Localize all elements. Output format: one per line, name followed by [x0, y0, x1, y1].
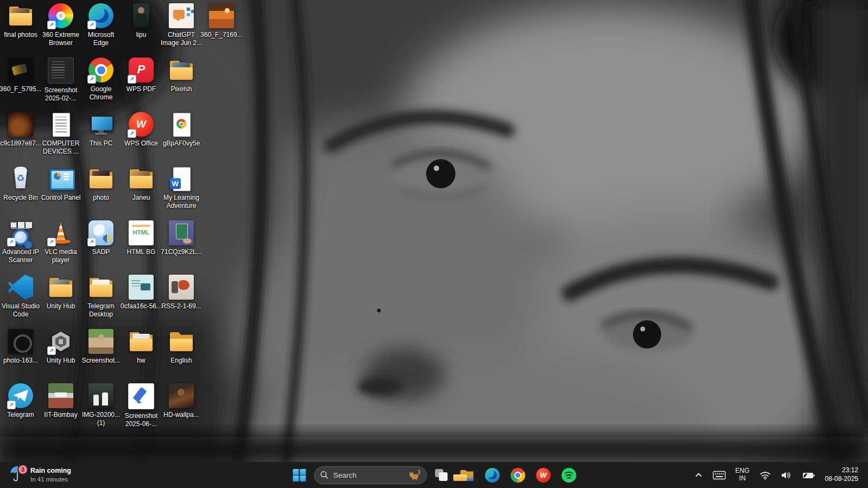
desktop-icon-label: IMG-20200... (1) — [79, 411, 123, 427]
desktop-icon-final-photos[interactable]: final photos — [0, 3, 41, 39]
folder-with-document-icon — [88, 275, 113, 300]
desktop-icon-71cqz9k2l[interactable]: 71CQz9K2L... — [161, 220, 202, 256]
photo-portrait-icon — [133, 3, 149, 28]
chrome-icon — [511, 468, 525, 483]
taskbar-spotify-button[interactable] — [558, 464, 580, 486]
volume-icon — [781, 471, 791, 480]
chevron-up-icon — [694, 471, 703, 479]
desktop-icon-unity-hub[interactable]: ↗Unity Hub — [40, 329, 81, 365]
desktop-icon-unity-hub-folder[interactable]: Unity Hub — [40, 275, 81, 310]
image-file-icon — [129, 220, 154, 245]
desktop-icon-photo-163[interactable]: photo-163... — [0, 329, 41, 365]
taskbar-chrome-button[interactable] — [507, 464, 529, 486]
desktop-icon-visual-studio-code[interactable]: ↗Visual Studio Code — [0, 275, 41, 318]
image-file-icon — [129, 275, 154, 300]
desktop-icon-microsoft-edge[interactable]: ↗Microsoft Edge — [80, 3, 122, 47]
desktop-icon-computer-devices[interactable]: COMPUTER DEVICES ... — [40, 112, 81, 155]
desktop-icon-telegram-desktop[interactable]: Telegram Desktop — [80, 275, 122, 318]
desktop-icon-lipu[interactable]: lipu — [121, 3, 162, 39]
image-file-icon — [88, 329, 113, 354]
folder-with-photo-icon — [88, 166, 113, 191]
taskbar-edge-button[interactable] — [481, 464, 503, 486]
word-document-icon — [169, 166, 194, 191]
desktop-icon-photo[interactable]: photo — [80, 166, 122, 202]
image-file-icon — [8, 112, 33, 137]
desktop-icon-telegram[interactable]: ↗Telegram — [0, 383, 41, 419]
desktop-icon-sadp[interactable]: ↗SADP — [80, 220, 122, 256]
touch-keyboard-icon — [713, 471, 726, 480]
shortcut-arrow-icon: ↗ — [47, 21, 56, 29]
search-input[interactable]: Search — [314, 466, 427, 484]
image-file-icon — [169, 220, 194, 245]
desktop-icon-recycle-bin[interactable]: Recycle Bin — [0, 166, 41, 202]
taskbar-task-view-button[interactable] — [430, 464, 452, 486]
desktop-icon-english[interactable]: English — [161, 329, 202, 365]
desktop-icon-wps-pdf[interactable]: ↗WPS PDF — [121, 58, 162, 93]
screenshot-file-icon — [48, 58, 74, 84]
desktop-icon-janeu[interactable]: Janeu — [121, 166, 162, 202]
desktop-icon-hw[interactable]: hw — [121, 329, 162, 365]
tray-touch-keyboard-button[interactable] — [709, 465, 729, 485]
desktop-icon-screenshot-2025-06[interactable]: Screenshot 2025-06-... — [121, 383, 162, 428]
desktop-icon-label: gBpAF0vy5e — [159, 140, 204, 148]
desktop-icon-control-panel[interactable]: Control Panel — [40, 166, 81, 202]
desktop-icon-wps-office[interactable]: ↗WPS Office — [121, 112, 162, 148]
desktop-icon-360-f-7169[interactable]: 360_F_7169... — [201, 3, 242, 39]
unity-cube-icon: ↗ — [48, 329, 73, 354]
desktop-icon-hd-wallpaper[interactable]: HD-wallpa... — [161, 383, 202, 419]
desktop-icon-gbpaf0vy5e[interactable]: gBpAF0vy5e — [161, 112, 202, 148]
shortcut-arrow-icon: ↗ — [7, 292, 16, 301]
task-view-icon — [434, 468, 449, 483]
desktop-icon-html-bg[interactable]: HTML BG — [121, 220, 162, 256]
taskbar-wps-button[interactable] — [533, 464, 554, 486]
desktop-icon-label: lipu — [119, 31, 163, 39]
desktop-icon-label: photo-163... — [0, 357, 43, 365]
umbrella-rain-icon: 3 — [10, 466, 26, 484]
text-document-icon — [48, 112, 73, 137]
language-line2: IN — [739, 475, 746, 483]
taskbar-clock[interactable]: 23:12 08-08-2025 — [822, 465, 861, 485]
desktop-icon-label: Control Panel — [39, 194, 83, 202]
image-file-icon — [48, 383, 73, 408]
folder-icon — [48, 275, 73, 300]
control-panel-icon — [48, 166, 73, 191]
image-file-icon — [169, 275, 194, 300]
desktop-icon-label: Advanced IP Scanner — [0, 248, 43, 264]
desktop-icon-pixelsh[interactable]: Pixelsh — [161, 58, 202, 93]
tray-language-switcher[interactable]: ENG IN — [732, 465, 753, 485]
desktop-icon-img-20200[interactable]: IMG-20200... (1) — [80, 383, 122, 427]
desktop-icon-label: VLC media player — [39, 248, 83, 264]
desktop-icon-google-chrome[interactable]: ↗Google Chrome — [80, 58, 122, 101]
screenshot-pencil-icon — [128, 383, 154, 409]
shortcut-arrow-icon: ↗ — [87, 238, 96, 246]
desktop-icon-360-f-5795[interactable]: 360_F_5795... — [0, 58, 41, 93]
desktop-icon-label: Unity Hub — [39, 357, 83, 365]
desktop-icon-c9c1897e87[interactable]: c9c1897e87... — [0, 112, 41, 148]
sadp-icon: ↗ — [88, 220, 113, 245]
desktop-icon-0cfaa16c-56[interactable]: 0cfaa16c-56... — [121, 275, 162, 310]
start-button[interactable] — [288, 464, 310, 486]
desktop-icon-label: English — [159, 357, 204, 365]
battery-saver-icon — [801, 471, 815, 480]
desktop-icon-screenshot-2025-02[interactable]: Screenshot 2025-02-... — [40, 58, 81, 102]
desktop-icon-360-extreme-browser[interactable]: ↗360 Extreme Browser — [40, 3, 81, 47]
weather-widget[interactable]: 3 Rain coming In 41 minutes — [5, 462, 75, 488]
desktop-icon-this-pc[interactable]: This PC — [80, 112, 122, 148]
desktop-icon-label: HTML BG — [119, 248, 163, 256]
desktop-icon-screenshot-pugs[interactable]: Screenshot... — [80, 329, 122, 365]
desktop-icon-grid: final photos↗360 Extreme Browser↗Microso… — [0, 0, 255, 462]
tray-network-button[interactable] — [756, 465, 774, 485]
desktop-icon-vlc-media-player[interactable]: ↗VLC media player — [40, 220, 81, 264]
desktop-icon-chatgpt-image[interactable]: ChatGPT Image Jun 2... — [161, 3, 202, 47]
desktop-icon-my-learning-adventure[interactable]: My Learning Adventure — [161, 166, 202, 210]
taskbar-file-explorer-button[interactable] — [456, 464, 478, 486]
desktop-icon-advanced-ip-scanner[interactable]: ↗Advanced IP Scanner — [0, 220, 41, 264]
taskbar: 3 Rain coming In 41 minutes Search — [0, 462, 868, 488]
desktop-icon-rss-2-1-69[interactable]: RSS-2-1-69... — [161, 275, 202, 310]
language-line1: ENG — [736, 467, 750, 475]
chrome-icon: ↗ — [88, 58, 113, 83]
tray-battery-button[interactable] — [798, 465, 819, 485]
desktop-icon-iit-bombay[interactable]: IIT-Bombay — [40, 383, 81, 419]
tray-volume-button[interactable] — [777, 465, 795, 485]
tray-chevron-up-button[interactable] — [691, 465, 706, 485]
